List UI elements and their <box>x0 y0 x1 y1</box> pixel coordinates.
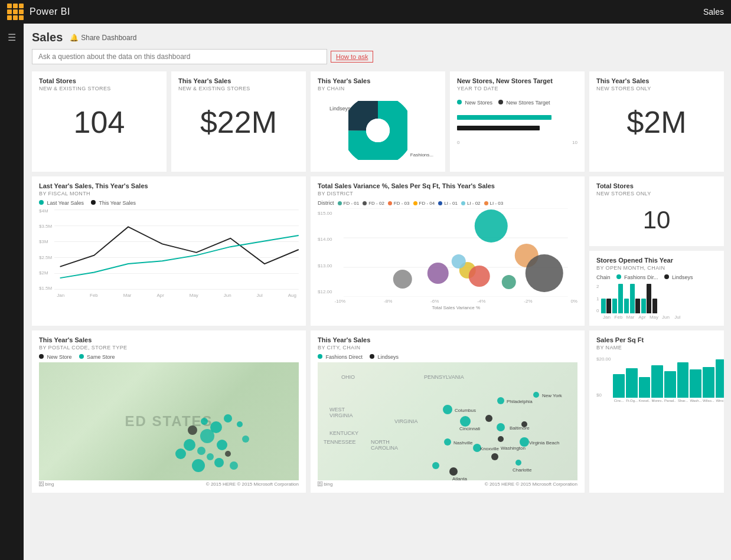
svg-point-43 <box>533 392 539 398</box>
legend-this-year: This Year Sales <box>91 200 136 206</box>
sqft-bar-5 <box>664 371 676 398</box>
dashboard-title: Sales <box>32 31 63 44</box>
sidebar: ☰ <box>0 24 24 560</box>
sqft-bar-4 <box>651 365 663 398</box>
line-legend: Last Year Sales This Year Sales <box>39 200 299 206</box>
bar-feb <box>612 299 617 313</box>
tile-sales-new-subtitle: NEW STORES ONLY <box>596 86 717 91</box>
tile-total-stores-title: Total Stores <box>39 77 159 84</box>
svg-point-59 <box>491 453 498 460</box>
tile-this-year-postal[interactable]: This Year's Sales BY POSTAL CODE, STORE … <box>32 330 306 493</box>
tile-total-stores[interactable]: Total Stores NEW & EXISTING STORES 104 <box>32 71 167 172</box>
hbar-legend: New Stores New Stores Target <box>457 100 577 106</box>
legend-same-store: Same Store <box>79 354 115 360</box>
legend-fashions-direct: Fashions Direct <box>318 354 363 360</box>
legend-fashions-dir: Fashions Dir... <box>616 274 658 280</box>
svg-point-39 <box>443 405 452 414</box>
svg-point-2 <box>366 119 390 142</box>
qa-row: How to ask <box>32 49 723 64</box>
sidebar-menu-icon[interactable]: ☰ <box>4 28 19 47</box>
last-year-dot <box>39 200 44 205</box>
svg-point-46 <box>485 415 492 422</box>
tile-sales-chain[interactable]: This Year's Sales BY CHAIN Lindseys Fash… <box>311 71 445 172</box>
map2-legend: Fashions Direct Lindseys <box>318 354 577 360</box>
tile-sales-chain-title: This Year's Sales <box>318 77 438 84</box>
tile-sales-new-title: This Year's Sales <box>596 77 717 84</box>
share-dashboard-button[interactable]: 🔔 Share Dashboard <box>70 34 136 42</box>
sqft-bar-7 <box>690 369 701 398</box>
svg-point-26 <box>188 425 197 435</box>
tile-sales-1-subtitle: NEW & EXISTING STORES <box>178 86 299 91</box>
sqft-bar-3 <box>639 377 651 398</box>
bar-jan <box>601 299 611 313</box>
tile-total-stores-new-title: Total Stores <box>596 182 717 189</box>
page-nav-title: Sales <box>703 7 724 17</box>
sqft-chart-area: $20.00 $0 <box>596 354 717 405</box>
svg-point-62 <box>432 462 439 469</box>
bubble-svg-container: -10% -8% -6% -4% -2% 0% Total Sales Vari… <box>334 208 577 310</box>
line-chart-area: $4M $3.5M $3M $2.5M $2M $1.5M <box>39 208 299 298</box>
tile-total-stores-new[interactable]: Total Stores NEW STORES ONLY 10 <box>589 176 724 246</box>
tiles-grid: Total Stores NEW & EXISTING STORES 104 T… <box>32 71 723 493</box>
legend-new-stores: New Stores <box>457 100 492 106</box>
svg-point-63 <box>449 467 458 476</box>
tile-col5-row2: Total Stores NEW STORES ONLY 10 Stores O… <box>589 176 724 326</box>
svg-point-35 <box>230 461 238 470</box>
tile-stores-opened[interactable]: Stores Opened This Year BY OPEN MONTH, C… <box>589 251 724 326</box>
tile-last-year-sales[interactable]: Last Year's Sales, This Year's Sales BY … <box>32 176 306 326</box>
svg-point-45 <box>460 416 471 427</box>
tile-new-stores-subtitle: YEAR TO DATE <box>457 86 577 91</box>
new-stores-dot <box>457 100 462 104</box>
pie-label-lindseys: Lindseys <box>329 106 351 112</box>
svg-point-20 <box>452 254 466 268</box>
map2-footer: 🄱 bing © 2015 HERE © 2015 Microsoft Corp… <box>318 482 577 487</box>
hbar-row-1 <box>457 115 577 120</box>
map2-placeholder: Columbus Philadelphia New York Cincinnat… <box>318 362 577 480</box>
line-chart-svg-container: Jan Feb Mar Apr May Jun Jul Aug <box>54 208 299 298</box>
tile-last-year-title: Last Year's Sales, This Year's Sales <box>39 182 299 189</box>
app-logo <box>7 4 24 20</box>
qa-input[interactable] <box>32 49 327 64</box>
tile-sales-new-value: $2M <box>596 95 717 149</box>
bubble-svg <box>334 208 577 297</box>
sqft-bar-9 <box>716 359 724 398</box>
legend-fd03: FD - 03 <box>388 200 410 206</box>
svg-text:Charlotte: Charlotte <box>513 467 532 473</box>
tile-variance-title: Total Sales Variance %, Sales Per Sq Ft,… <box>318 182 577 189</box>
svg-text:Knoxville: Knoxville <box>480 446 500 451</box>
sqft-bars-container: Cinc... Ft.Og... Knowl... Monro... Parad… <box>613 356 724 402</box>
tile-sales-variance[interactable]: Total Sales Variance %, Sales Per Sq Ft,… <box>311 176 585 326</box>
sqft-bars <box>613 356 724 398</box>
legend-last-year: Last Year Sales <box>39 200 84 206</box>
tile-postal-title: This Year's Sales <box>39 336 299 343</box>
tile-total-stores-value: 104 <box>39 95 159 149</box>
target-dot <box>498 100 503 104</box>
svg-point-37 <box>242 435 249 443</box>
tile-this-year-city[interactable]: This Year's Sales BY CITY, CHAIN Fashion… <box>311 330 585 493</box>
tile-total-stores-subtitle: NEW & EXISTING STORES <box>39 86 159 91</box>
stores-bars-area: Jan Feb Mar Apr May Jun Jul <box>601 284 717 320</box>
tile-sales-new[interactable]: This Year's Sales NEW STORES ONLY $2M <box>589 71 724 172</box>
content-area: Sales 🔔 Share Dashboard How to ask Total… <box>24 24 731 560</box>
svg-point-17 <box>427 263 449 284</box>
svg-text:Virginia Beach: Virginia Beach <box>529 440 559 446</box>
svg-point-15 <box>526 254 563 292</box>
svg-point-21 <box>502 275 516 289</box>
stores-legend-chain: Chain <box>596 274 611 280</box>
tile-new-stores-target[interactable]: New Stores, New Stores Target YEAR TO DA… <box>450 71 585 172</box>
svg-text:Washington: Washington <box>501 446 526 451</box>
pie-chart-container: Lindseys Fashions... <box>318 95 438 166</box>
svg-point-13 <box>475 209 508 243</box>
sqft-bar-8 <box>703 367 714 398</box>
how-to-ask-link[interactable]: How to ask <box>331 51 373 63</box>
tile-total-stores-new-value: 10 <box>596 200 717 240</box>
legend-fd04: FD - 04 <box>413 200 435 206</box>
svg-point-50 <box>521 421 527 427</box>
stores-y-axis: 2 1 0 <box>596 284 599 313</box>
svg-point-19 <box>469 266 490 287</box>
tile-this-year-sales-1[interactable]: This Year's Sales NEW & EXISTING STORES … <box>171 71 306 172</box>
legend-fd02: FD - 02 <box>363 200 384 206</box>
tile-sales-per-sqft[interactable]: Sales Per Sq Ft BY NAME $20.00 $0 <box>589 330 724 493</box>
stores-opened-legend: Chain Fashions Dir... Lindseys <box>596 274 717 280</box>
hbar-fill-target <box>457 126 540 130</box>
